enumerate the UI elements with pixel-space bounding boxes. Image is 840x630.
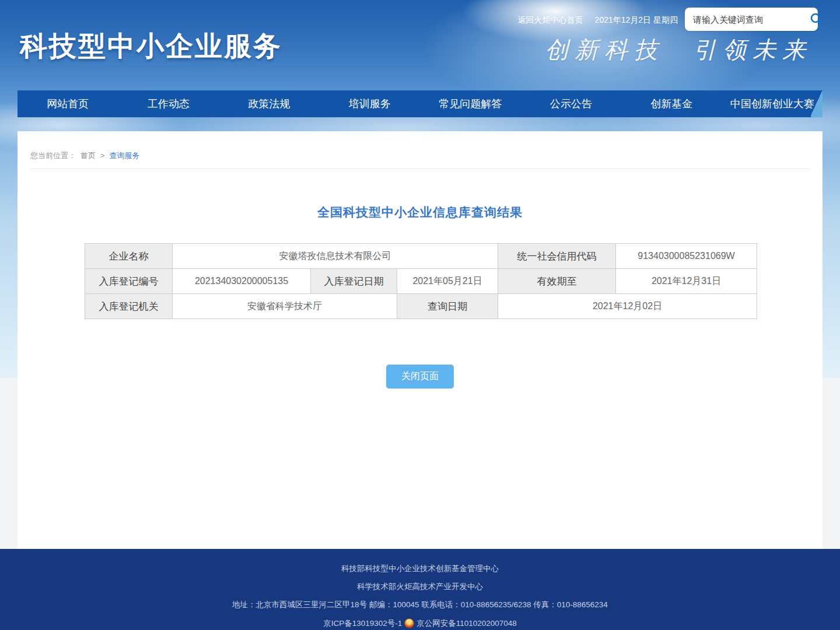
footer-org-line-1: 科技部科技型中小企业技术创新基金管理中心	[0, 564, 840, 573]
table-row: 入库登记编号202134030200005135入库登记日期2021年05月21…	[85, 269, 757, 294]
table-value-cell: 2021年12月31日	[616, 269, 757, 294]
footer-address-line: 地址：北京市西城区三里河二区甲18号 邮编：100045 联系电话：010-88…	[0, 600, 840, 610]
main-nav: 网站首页工作动态政策法规培训服务常见问题解答公示公告创新基金中国创新创业大赛	[18, 90, 822, 117]
table-label-cell: 入库登记日期	[311, 269, 397, 294]
nav-item-7[interactable]: 中国创新创业大赛	[722, 90, 823, 117]
nav-item-2[interactable]: 政策法规	[219, 90, 320, 117]
close-page-button[interactable]: 关闭页面	[386, 365, 454, 388]
table-label-cell: 入库登记机关	[85, 294, 173, 319]
search-input[interactable]	[693, 15, 809, 24]
search-box	[685, 8, 818, 31]
table-value-cell: 2021年12月02日	[498, 294, 757, 319]
breadcrumb-prefix: 您当前位置：	[30, 151, 76, 160]
table-value-cell: 91340300085231069W	[616, 244, 757, 269]
header-date: 2021年12月2日 星期四	[595, 15, 678, 26]
result-title: 全国科技型中小企业信息库查询结果	[18, 204, 822, 220]
footer-org-line-2: 科学技术部火炬高技术产业开发中心	[0, 582, 840, 592]
table-label-cell: 查询日期	[397, 294, 498, 319]
table-row: 入库登记机关安徽省科学技术厅查询日期2021年12月02日	[85, 294, 757, 319]
breadcrumb-current-link[interactable]: 查询服务	[110, 151, 140, 160]
breadcrumb-divider	[30, 169, 810, 169]
table-value-cell: 安徽塔孜信息技术有限公司	[173, 244, 498, 269]
site-title: 科技型中小企业服务	[20, 28, 282, 65]
public-security-record-link[interactable]: 京公网安备11010202007048	[416, 619, 517, 628]
breadcrumb: 您当前位置：首页>查询服务	[30, 150, 810, 161]
header: 科技型中小企业服务 返回火炬中心首页 2021年12月2日 星期四 创新科技 引…	[0, 0, 840, 90]
table-value-cell: 202134030200005135	[173, 269, 311, 294]
police-badge-icon	[404, 618, 414, 628]
search-icon[interactable]	[809, 12, 824, 27]
nav-item-3[interactable]: 培训服务	[320, 90, 421, 117]
footer-icp-row: 京ICP备13019302号-1 京公网安备11010202007048	[0, 618, 840, 628]
table-value-cell: 2021年05月21日	[397, 269, 498, 294]
nav-accent-decoration	[811, 90, 822, 117]
footer: 科技部科技型中小企业技术创新基金管理中心 科学技术部火炬高技术产业开发中心 地址…	[0, 549, 840, 630]
table-value-cell: 安徽省科学技术厅	[173, 294, 397, 319]
table-label-cell: 企业名称	[85, 244, 173, 269]
table-label-cell: 有效期至	[498, 269, 616, 294]
header-slogan: 创新科技 引领未来	[545, 34, 812, 66]
return-torch-home-link[interactable]: 返回火炬中心首页	[518, 15, 583, 26]
content-panel: 您当前位置：首页>查询服务 全国科技型中小企业信息库查询结果 企业名称安徽塔孜信…	[18, 131, 822, 549]
nav-item-6[interactable]: 创新基金	[621, 90, 722, 117]
nav-item-4[interactable]: 常见问题解答	[420, 90, 521, 117]
breadcrumb-home-link[interactable]: 首页	[80, 151, 96, 160]
result-table: 企业名称安徽塔孜信息技术有限公司统一社会信用代码9134030008523106…	[85, 243, 757, 319]
table-label-cell: 统一社会信用代码	[498, 244, 616, 269]
breadcrumb-separator: >	[100, 151, 105, 160]
nav-item-5[interactable]: 公示公告	[521, 90, 622, 117]
header-top-links: 返回火炬中心首页 2021年12月2日 星期四	[518, 15, 678, 26]
table-row: 企业名称安徽塔孜信息技术有限公司统一社会信用代码9134030008523106…	[85, 244, 757, 269]
table-label-cell: 入库登记编号	[85, 269, 173, 294]
nav-item-0[interactable]: 网站首页	[18, 90, 118, 117]
nav-item-1[interactable]: 工作动态	[118, 90, 219, 117]
icp-record-link[interactable]: 京ICP备13019302号-1	[323, 619, 402, 628]
page: 科技型中小企业服务 返回火炬中心首页 2021年12月2日 星期四 创新科技 引…	[0, 0, 840, 630]
